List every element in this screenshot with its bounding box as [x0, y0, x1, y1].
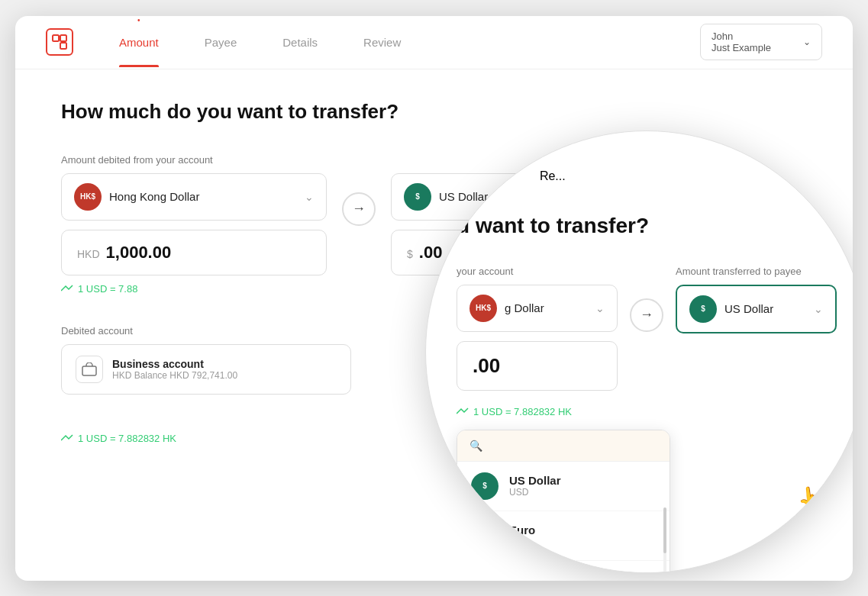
transfer-arrow-icon: →: [342, 192, 376, 226]
user-dropdown[interactable]: John Just Example ⌄: [700, 24, 822, 60]
currency-option-hkd[interactable]: HK$ Hong Kong Dollar HKD: [457, 561, 670, 573]
zoom-overlay: Details Re... u want to transfer? your a…: [425, 130, 853, 573]
user-first-name: John: [712, 31, 771, 42]
logo: [46, 28, 73, 56]
arrow-divider: →: [342, 177, 376, 226]
user-last-name: Just Example: [712, 42, 771, 53]
zoom-right: Amount transferred to payee $ US Dollar …: [676, 266, 837, 333]
zoom-left: your account HK$ g Dollar ⌄ .00: [457, 266, 618, 391]
hkd-badge: HK$: [74, 183, 102, 211]
zoom-nav-review: Re...: [540, 169, 566, 183]
svg-rect-2: [60, 35, 66, 41]
svg-rect-3: [82, 366, 96, 375]
usd-option-code: USD: [509, 487, 561, 498]
zoom-left-label: your account: [457, 266, 618, 277]
eur-option-name: Euro: [509, 524, 535, 536]
usd-option-name: US Dollar: [509, 474, 561, 487]
eur-option-info: Euro EUR: [509, 524, 535, 547]
source-currency-code: HKD: [77, 248, 100, 260]
account-icon: [76, 356, 103, 383]
debit-section: Amount debited from your account HK$ Hon…: [61, 154, 327, 295]
account-balance: HKD Balance HKD 792,741.00: [112, 370, 237, 381]
main-content: How much do you want to transfer? Amount…: [15, 69, 853, 475]
tab-review[interactable]: Review: [363, 18, 401, 67]
tab-payee[interactable]: Payee: [205, 18, 237, 67]
debited-account-label: Debited account: [61, 325, 351, 337]
currency-search-box: 🔍: [457, 430, 670, 462]
svg-rect-0: [53, 35, 59, 41]
zoom-dest-currency-name: US Dollar: [724, 302, 806, 315]
zoom-left-amount-value: .00: [473, 354, 500, 378]
source-currency-name: Hong Kong Dollar: [109, 190, 297, 203]
scrollbar-thumb[interactable]: [663, 507, 666, 553]
dest-amount-value: .00: [419, 243, 443, 263]
currency-search-input[interactable]: [489, 440, 657, 452]
hkd-option-badge: HK$: [471, 572, 499, 573]
zoom-left-currency-name: g Dollar: [505, 301, 588, 314]
cursor-icon: 👆: [796, 483, 827, 512]
usd-badge: $: [404, 183, 431, 211]
currency-options-list: $ US Dollar USD € Euro EUR: [457, 462, 670, 573]
source-currency-selector[interactable]: HK$ Hong Kong Dollar ⌄: [61, 173, 327, 221]
source-currency-chevron-icon: ⌄: [305, 191, 314, 203]
zoom-dest-chevron-icon: ⌄: [814, 303, 823, 315]
usd-option-badge: $: [471, 472, 499, 500]
currency-option-usd[interactable]: $ US Dollar USD: [457, 462, 670, 511]
zoom-arrow: →: [630, 266, 663, 332]
search-icon: 🔍: [469, 440, 482, 452]
scrollbar-track: [663, 507, 666, 573]
zoom-rate: 1 USD = 7.882832 HK: [457, 406, 837, 417]
debited-account-section: Debited account Business account HKD Bal…: [61, 325, 351, 395]
zoom-page-title: u want to transfer?: [457, 214, 837, 238]
zoom-usd-badge: $: [689, 295, 717, 323]
header: Amount Payee Details Review John Just Ex…: [15, 16, 853, 69]
currency-option-eur[interactable]: € Euro EUR: [457, 511, 670, 561]
account-box[interactable]: Business account HKD Balance HKD 792,741…: [61, 344, 351, 395]
zoom-hkd-badge: HK$: [469, 295, 497, 322]
tab-amount[interactable]: Amount: [119, 18, 159, 67]
zoom-arrow-icon: →: [630, 298, 663, 332]
eur-option-badge: €: [471, 522, 499, 549]
usd-option-info: US Dollar USD: [509, 474, 561, 498]
eur-option-code: EUR: [509, 536, 535, 547]
currency-dropdown: 🔍 $ US Dollar USD €: [457, 430, 670, 573]
logo-icon: [46, 28, 73, 56]
nav-steps: Amount Payee Details Review: [119, 18, 700, 67]
account-info: Business account HKD Balance HKD 792,741…: [112, 358, 237, 381]
source-amount-value: 1,000.00: [106, 243, 172, 263]
zoom-left-chevron-icon: ⌄: [595, 302, 605, 314]
zoom-dest-currency[interactable]: $ US Dollar ⌄: [676, 285, 837, 333]
page-title: How much do you want to transfer?: [61, 100, 807, 124]
zoom-left-currency[interactable]: HK$ g Dollar ⌄: [457, 285, 618, 332]
account-name: Business account: [112, 358, 237, 370]
debit-label: Amount debited from your account: [61, 154, 327, 166]
user-chevron-icon: ⌄: [803, 37, 811, 47]
zoom-content: Details Re... u want to transfer? your a…: [426, 131, 853, 573]
exchange-rate: 1 USD = 7.88: [61, 283, 327, 295]
source-amount-box[interactable]: HKD 1,000.00: [61, 230, 327, 275]
tab-details[interactable]: Details: [282, 18, 318, 67]
zoom-right-label: Amount transferred to payee: [676, 266, 837, 277]
zoom-left-amount: .00: [457, 341, 618, 391]
svg-rect-1: [60, 43, 66, 49]
dest-currency-code: $: [407, 248, 413, 260]
zoom-grid: your account HK$ g Dollar ⌄ .00 →: [457, 266, 837, 391]
user-info: John Just Example: [712, 31, 771, 53]
app-window: Amount Payee Details Review John Just Ex…: [15, 16, 853, 581]
